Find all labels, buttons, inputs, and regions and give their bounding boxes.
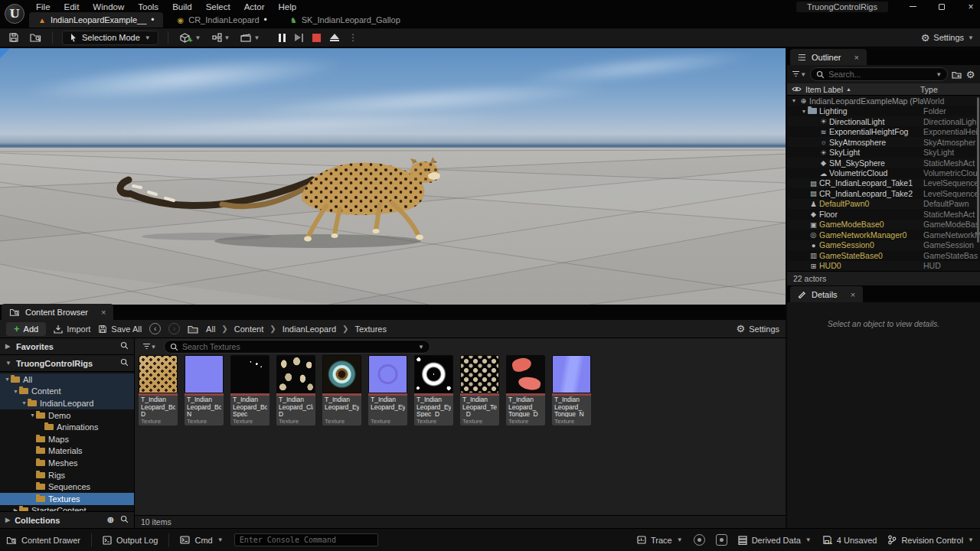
cinematics-dropdown[interactable]: ▼	[238, 33, 262, 42]
tree-item-startercontent[interactable]: ▶StarterContent	[0, 505, 134, 511]
asset-t-indianleopard-eyespec-d[interactable]: T_IndianLeopard_EyeSpec_DTexture	[414, 355, 453, 425]
tree-item-materials[interactable]: Materials	[0, 445, 134, 458]
editor-tab-sk-indianleopard-gallop[interactable]: ♞SK_IndianLeopard_Gallop	[281, 12, 410, 28]
menu-edit[interactable]: Edit	[57, 2, 87, 11]
selection-mode-dropdown[interactable]: Selection Mode ▼	[62, 31, 158, 45]
content-browser-settings-button[interactable]: ⚙ Settings	[737, 323, 779, 334]
console-command-box[interactable]	[234, 533, 378, 546]
outliner-scrollbar[interactable]	[977, 97, 979, 243]
outliner-row[interactable]: ◆FloorStaticMeshAct	[787, 209, 980, 219]
tree-item-maps[interactable]: Maps	[0, 433, 134, 445]
visibility-column-header[interactable]	[790, 84, 802, 94]
unreal-logo-icon[interactable]: U	[0, 0, 29, 28]
asset-t-indianleopard-teeth-d[interactable]: T_IndianLeopard_Teeth_DTexture	[460, 355, 499, 425]
asset-t-indianleopard-tongue-n[interactable]: T_IndianLeopard_Tongue_NTexture	[552, 355, 591, 425]
tree-item-all[interactable]: ▼All	[0, 373, 134, 386]
tree-item-sequences[interactable]: Sequences	[0, 481, 134, 493]
tree-item-content[interactable]: ▼Content	[0, 386, 134, 398]
outliner-row[interactable]: ▤CR_IndianLeopard_Take1LevelSequence	[787, 178, 980, 188]
expander-arrow-icon[interactable]: ▼	[12, 389, 19, 394]
asset-t-indianleopard-body-spec[interactable]: T_IndianLeopard_Body_SpecTexture	[230, 355, 270, 425]
breadcrumb-content[interactable]: Content	[234, 324, 264, 334]
eject-button[interactable]	[330, 34, 339, 42]
forward-button[interactable]: ›	[168, 323, 180, 334]
screenshot-button[interactable]	[716, 534, 727, 546]
content-drawer-button[interactable]: Content Drawer	[6, 536, 80, 545]
back-button[interactable]: ‹	[149, 323, 161, 334]
breadcrumb-indianleopard[interactable]: IndianLeopard	[283, 324, 336, 334]
close-icon[interactable]: ×	[101, 308, 106, 317]
outliner-row[interactable]: ◆SM_SkySphereStaticMeshAct	[787, 158, 980, 168]
breadcrumb-textures[interactable]: Textures	[354, 324, 387, 334]
unsaved-button[interactable]: 4 Unsaved	[822, 535, 877, 545]
outliner-row[interactable]: ♟DefaultPawn0DefaultPawn	[787, 199, 980, 209]
menu-tools[interactable]: Tools	[131, 2, 165, 11]
stop-button[interactable]	[312, 34, 321, 42]
search-icon[interactable]	[120, 358, 129, 368]
asset-search-box[interactable]: ▼	[164, 340, 430, 354]
item-label-column-header[interactable]: Item Label▲	[802, 85, 920, 94]
outliner-row[interactable]: ◎GameNetworkManager0GameNetworkM	[787, 230, 980, 240]
save-all-button[interactable]: Save All	[98, 324, 142, 334]
tab-content-browser[interactable]: Content Browser ×	[2, 304, 113, 320]
menu-help[interactable]: Help	[272, 2, 304, 11]
minimize-button[interactable]	[908, 2, 917, 11]
search-icon[interactable]	[120, 341, 129, 351]
asset-filter-dropdown[interactable]: ▼	[139, 340, 159, 354]
new-folder-button[interactable]	[952, 67, 962, 81]
asset-t-indianleopard-body-d[interactable]: T_IndianLeopard_Body_DTexture	[139, 355, 178, 425]
play-options-menu[interactable]: ⋮	[348, 32, 358, 43]
menu-window[interactable]: Window	[86, 2, 131, 11]
asset-t-indianleopard-eye-d[interactable]: T_IndianLeopard_Eye_DTexture	[322, 355, 361, 425]
leopard-model[interactable]	[115, 140, 444, 255]
outliner-row[interactable]: ☼SkyAtmosphereSkyAtmospher	[787, 137, 980, 147]
outliner-row[interactable]: ☀SkyLightSkyLight	[787, 147, 980, 157]
outliner-settings-button[interactable]: ⚙	[965, 67, 975, 81]
outliner-row[interactable]: ⊞HUD0HUD	[787, 261, 980, 271]
console-command-input[interactable]	[240, 536, 373, 544]
expander-arrow-icon[interactable]: ▼	[790, 98, 798, 103]
maximize-button[interactable]	[937, 2, 946, 11]
add-collection-button[interactable]: ⊕	[107, 515, 114, 525]
asset-t-indianleopard-eye-n[interactable]: T_IndianLeopard_Eye_NTexture	[368, 355, 407, 425]
tree-item-indianleopard[interactable]: ▼IndianLeopard	[0, 397, 134, 409]
outliner-search-box[interactable]: ▼	[810, 67, 948, 81]
favorites-section-header[interactable]: ▶ Favorites	[0, 338, 134, 355]
menu-build[interactable]: Build	[165, 2, 199, 11]
outliner-row[interactable]: ☀DirectionalLightDirectionalLigh	[787, 116, 980, 126]
outliner-search-input[interactable]	[828, 70, 932, 79]
derived-data-dropdown[interactable]: Derived Data ▼	[738, 536, 812, 545]
trace-dropdown[interactable]: Trace ▼	[637, 536, 683, 545]
tree-item-demo[interactable]: ▼Demo	[0, 409, 134, 422]
save-current-level-button[interactable]	[6, 31, 21, 44]
breadcrumb-all[interactable]: All	[206, 324, 215, 334]
outliner-row[interactable]: ▤CR_IndianLeopard_Take2LevelSequence	[787, 188, 980, 198]
asset-search-input[interactable]	[182, 342, 414, 351]
editor-tab-cr-indianleopard[interactable]: ◉CR_IndianLeopard•	[168, 12, 276, 28]
add-button[interactable]: +Add	[6, 322, 46, 336]
viewport-settings-dropdown[interactable]: ⚙ Settings ▼	[921, 32, 974, 44]
source-root-header[interactable]: ▼ TruongControlRigs	[0, 355, 134, 372]
tab-details[interactable]: Details ×	[790, 286, 863, 302]
output-log-button[interactable]: Output Log	[103, 536, 158, 545]
editor-tab-indianleopardexample-[interactable]: ▲IndianLeopardExample__•	[29, 12, 163, 28]
menu-file[interactable]: File	[29, 2, 57, 11]
tree-item-animations[interactable]: Animations	[0, 421, 134, 433]
outliner-row[interactable]: ▥GameStateBase0GameStateBas	[787, 250, 980, 260]
import-button[interactable]: Import	[54, 324, 90, 334]
cmd-dropdown[interactable]: Cmd ▼	[180, 536, 223, 545]
revision-control-dropdown[interactable]: Revision Control ▼	[887, 535, 974, 545]
tree-item-textures[interactable]: Textures	[0, 493, 134, 505]
asset-t-indianleopard-tongue-d[interactable]: T_IndianLeopard_Tongue_DTexture	[506, 355, 545, 425]
tab-outliner[interactable]: Outliner ×	[790, 49, 867, 65]
browse-content-button[interactable]	[28, 31, 43, 44]
expander-arrow-icon[interactable]: ▼	[800, 109, 808, 114]
type-column-header[interactable]: Type	[920, 85, 977, 94]
expander-arrow-icon[interactable]: ▼	[29, 412, 36, 418]
collections-section-header[interactable]: ▶ Collections ⊕	[0, 511, 134, 528]
outliner-row[interactable]: ●GameSession0GameSession	[787, 240, 980, 250]
close-icon[interactable]: ×	[854, 53, 859, 62]
tree-item-meshes[interactable]: Meshes	[0, 457, 134, 469]
expander-arrow-icon[interactable]: ▼	[21, 400, 28, 406]
close-icon[interactable]: ×	[851, 290, 855, 299]
